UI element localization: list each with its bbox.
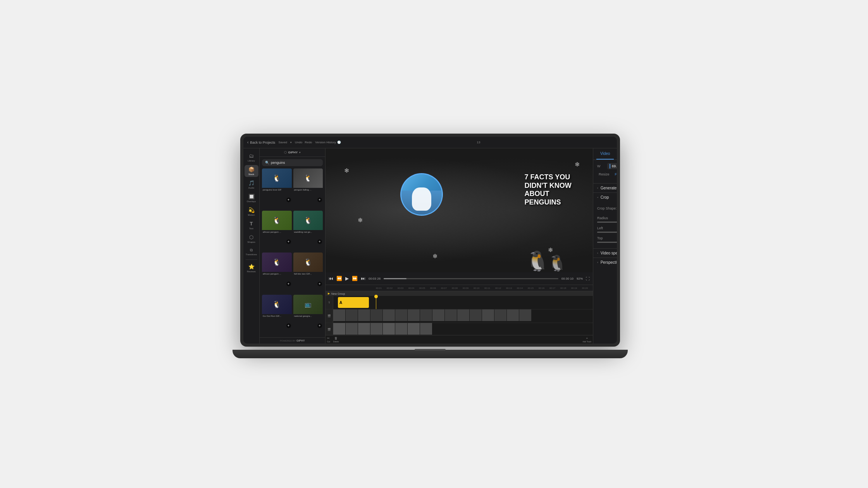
perspective-section[interactable]: › Perspective (593, 258, 617, 267)
media-label-1: penguins love GIF (262, 188, 292, 192)
track-label-video-2: 🎬 (326, 323, 333, 335)
sidebar-item-stock[interactable]: 📦 Stock (245, 165, 258, 177)
track-content-video-2[interactable] (333, 323, 593, 335)
delete-icon: 🗑 (334, 337, 338, 340)
dimensions-row: W 69.1 % ⛓ H 69.1 % (597, 163, 617, 169)
video-thumbnails-2 (333, 323, 593, 335)
play-button[interactable]: ▶ (345, 276, 349, 281)
fast-forward-button[interactable]: ⏩ (352, 276, 358, 281)
text-clip[interactable]: A (338, 297, 369, 308)
back-label: Back to Projects (250, 141, 275, 144)
fit-canvas-button[interactable]: Fit canvas (613, 172, 617, 177)
list-item[interactable]: 🐧 + penguin falling ... (293, 168, 323, 209)
list-item[interactable]: 📺 + national geogra... (293, 295, 323, 335)
sidebar-item-text[interactable]: T Text (245, 219, 258, 231)
thumb-cell (383, 323, 395, 335)
timeline-ruler: 00:01 00:02 00:03 00:04 00:05 00:06 00:0… (326, 285, 593, 291)
skip-to-start-button[interactable]: ⏮ (329, 276, 333, 281)
ruler-mark: 00:16 (539, 287, 549, 289)
delete-tool[interactable]: 🗑 Delete (333, 337, 339, 343)
add-media-button-6[interactable]: + (317, 282, 322, 286)
redo-button[interactable]: Redo (305, 141, 312, 144)
total-frame-value: 10 (570, 277, 574, 280)
search-bar[interactable]: 🔍 penguins (262, 159, 323, 166)
add-media-button-2[interactable]: + (317, 198, 322, 202)
list-item[interactable]: 🐧 + waddling nat ge... (293, 211, 323, 251)
radius-slider-track[interactable] (597, 222, 617, 223)
topbar: ‹ Back to Projects Saved ▾ Undo Redo Ver… (243, 137, 617, 148)
video-speed-section[interactable]: › Video speed (593, 248, 617, 258)
list-item[interactable]: 🐧 + african penguin ... (262, 253, 292, 293)
back-to-projects-button[interactable]: ‹ Back to Projects (247, 140, 275, 144)
sidebar-item-shapes[interactable]: ⬡ Shapes (245, 233, 258, 245)
progress-bar[interactable] (384, 278, 558, 279)
tab-video-label: Video (600, 151, 610, 156)
resize-button[interactable]: Resize (597, 172, 611, 177)
sidebar-item-reviews[interactable]: ⭐ Reviews (245, 262, 258, 274)
laptop: ‹ Back to Projects Saved ▾ Undo Redo Ver… (240, 134, 620, 358)
ruler-mark: 00:06 (430, 287, 441, 289)
current-time-value: 00:03 (369, 277, 376, 280)
video-speed-chevron-icon: › (597, 251, 598, 255)
thumb-cell (507, 309, 519, 321)
list-item[interactable]: 🐧 + Go Out Run GIF... (262, 295, 292, 335)
add-track-tool[interactable]: + Add Track (582, 337, 591, 343)
timeline-playhead (376, 296, 376, 309)
rewind-button[interactable]: ⏪ (336, 276, 342, 281)
sidebar-item-overlays[interactable]: 🔲 Overlays (245, 192, 258, 204)
thumb-cell (333, 323, 346, 335)
add-media-button-3[interactable]: + (286, 239, 291, 244)
auto-subtitle-section[interactable]: › Generate Auto Subtitle (593, 183, 617, 192)
saved-dropdown-icon[interactable]: ▾ (290, 141, 292, 144)
version-history[interactable]: Version History 🕐 (315, 141, 341, 144)
timeline-area: 00:01 00:02 00:03 00:04 00:05 00:06 00:0… (326, 285, 593, 335)
total-time-value: 00:30 (561, 277, 569, 280)
width-input[interactable]: 69.1 % (607, 163, 617, 169)
sidebar-item-transitions[interactable]: ⧉ Transitions (245, 246, 258, 257)
left-slider-track[interactable] (597, 232, 617, 233)
fullscreen-button[interactable]: ⛶ (586, 277, 590, 281)
add-media-button-7[interactable]: + (286, 323, 291, 328)
giphy-dropdown-icon[interactable]: ▾ (299, 151, 301, 154)
ruler-mark: 00:11 (484, 287, 495, 289)
cut-label: Cut (327, 340, 330, 343)
top-slider-track[interactable] (597, 242, 617, 243)
crop-section-header[interactable]: › Crop (593, 192, 617, 202)
media-label-3: african penguin ... (262, 230, 292, 234)
thumb-cell (383, 309, 395, 321)
add-media-button-4[interactable]: + (317, 239, 322, 244)
thumb-cell (346, 309, 358, 321)
thumb-cell (519, 309, 532, 321)
ruler-mark: 00:17 (549, 287, 560, 289)
sidebar-divider (246, 259, 257, 260)
video-preview: ❄ ❄ ❄ ❄ ❄ (326, 148, 593, 272)
video-track-row-1: 🎬 (326, 309, 593, 323)
media-label-6: fall bbc two GIF... (293, 272, 323, 276)
sidebar-item-audio[interactable]: 🎵 Audio (245, 179, 258, 191)
track-content-video-1[interactable] (333, 309, 593, 323)
sidebar-item-library[interactable]: 🗂 Library (245, 151, 258, 163)
list-item[interactable]: 🐧 + fall bbc two GIF... (293, 253, 323, 293)
track-label-text: T (326, 296, 333, 309)
tab-video[interactable]: Video (596, 148, 614, 160)
add-media-button-1[interactable]: + (286, 198, 291, 202)
cut-tool[interactable]: ✂ Cut (327, 337, 330, 343)
undo-button[interactable]: Undo (295, 141, 302, 144)
thumb-cell (457, 309, 470, 321)
list-item[interactable]: 🐧 + african penguin ... (262, 211, 292, 251)
add-media-button-5[interactable]: + (286, 282, 291, 286)
tab-effects[interactable]: Effects (614, 148, 617, 160)
main-content: 🗂 Library 📦 Stock 🎵 Audio (243, 148, 617, 344)
list-item[interactable]: 🐧 + penguins love GIF (262, 168, 292, 209)
skip-to-end-button[interactable]: ⏭ (361, 276, 365, 281)
top-slider-fill (597, 242, 617, 243)
thumb-cell (346, 323, 358, 335)
track-content-text[interactable]: A (333, 296, 593, 309)
search-input[interactable]: penguins (271, 161, 285, 165)
add-media-button-8[interactable]: + (317, 323, 322, 328)
clip-label: A (339, 301, 342, 305)
circle-inner (401, 174, 442, 215)
giphy-logo: GIPHY (288, 151, 298, 154)
thumb-cell (408, 309, 420, 321)
sidebar-item-motion[interactable]: 💫 Motion (245, 206, 258, 218)
